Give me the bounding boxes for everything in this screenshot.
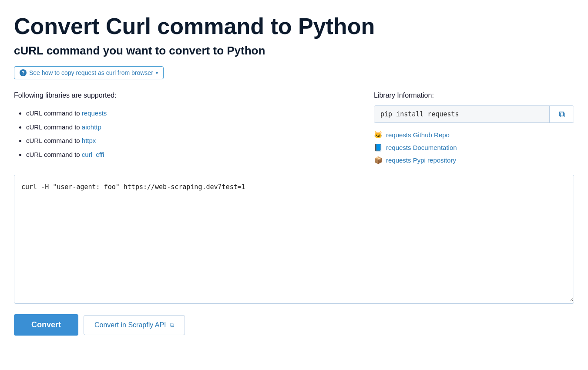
help-button[interactable]: ? See how to copy request as curl from b…: [14, 66, 164, 79]
aiohttp-link[interactable]: aiohttp: [82, 123, 101, 131]
question-icon: ?: [20, 69, 27, 76]
github-repo-link[interactable]: 🐱 requests Github Repo: [374, 131, 574, 139]
list-item: cURL command to httpx: [26, 134, 356, 148]
github-icon: 🐱: [374, 131, 383, 139]
list-item: cURL command to curl_cffi: [26, 148, 356, 162]
requests-link[interactable]: requests: [82, 109, 107, 117]
list-item-prefix: cURL command to: [26, 109, 82, 117]
copy-pip-button[interactable]: ⧉: [549, 106, 574, 122]
list-item: cURL command to requests: [26, 106, 356, 120]
right-column: Library Information: ⧉ 🐱 requests Github…: [374, 92, 574, 164]
libraries-heading: Following libraries are supported:: [14, 92, 356, 99]
libraries-list: cURL command to requests cURL command to…: [14, 106, 356, 161]
help-button-label: See how to copy request as curl from bro…: [29, 69, 153, 76]
docs-icon: 📘: [374, 143, 383, 152]
external-link-icon: ⧉: [170, 321, 174, 329]
curl-cffi-link[interactable]: curl_cffi: [82, 151, 104, 158]
copy-icon: ⧉: [559, 109, 565, 119]
list-item-prefix: cURL command to: [26, 151, 82, 158]
main-layout: Following libraries are supported: cURL …: [14, 92, 574, 164]
page-title: Convert Curl command to Python: [14, 14, 574, 39]
resource-links: 🐱 requests Github Repo 📘 requests Docume…: [374, 131, 574, 164]
list-item-prefix: cURL command to: [26, 123, 82, 131]
documentation-link[interactable]: 📘 requests Documentation: [374, 143, 574, 152]
left-column: Following libraries are supported: cURL …: [14, 92, 356, 164]
convert-button[interactable]: Convert: [14, 314, 78, 336]
list-item-prefix: cURL command to: [26, 137, 82, 144]
curl-input-wrapper: [14, 175, 574, 304]
chevron-down-icon: ▾: [156, 71, 158, 75]
github-repo-label: requests Github Repo: [386, 131, 450, 139]
documentation-label: requests Documentation: [386, 144, 457, 151]
list-item: cURL command to aiohttp: [26, 120, 356, 134]
page-subtitle: cURL command you want to convert to Pyth…: [14, 44, 574, 58]
pypi-label: requests Pypi repository: [386, 156, 456, 164]
curl-input[interactable]: [14, 175, 574, 302]
pip-install-input[interactable]: [374, 106, 549, 122]
library-info-heading: Library Information:: [374, 92, 574, 99]
pypi-link[interactable]: 📦 requests Pypi repository: [374, 156, 574, 164]
pypi-icon: 📦: [374, 156, 383, 164]
httpx-link[interactable]: httpx: [82, 137, 96, 144]
action-buttons: Convert Convert in Scrapfly API ⧉: [14, 314, 574, 336]
pip-install-row: ⧉: [374, 105, 574, 123]
convert-api-button[interactable]: Convert in Scrapfly API ⧉: [84, 315, 185, 335]
convert-api-label: Convert in Scrapfly API: [94, 321, 166, 329]
